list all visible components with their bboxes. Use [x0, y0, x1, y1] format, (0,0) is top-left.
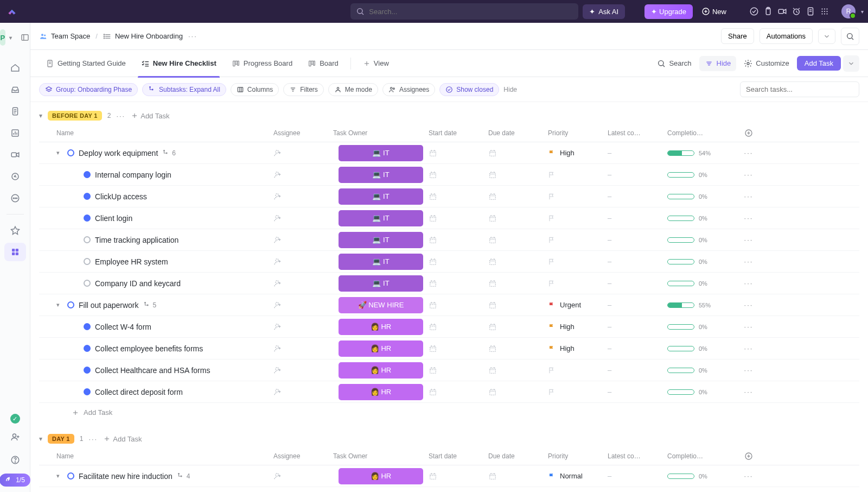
due-date-icon[interactable] — [488, 257, 497, 266]
col-name[interactable]: Name — [56, 452, 273, 460]
table-row[interactable]: Internal company login 💻 IT – 0% ··· — [39, 164, 859, 186]
group-caret[interactable]: ▾ — [39, 435, 42, 443]
col-priority[interactable]: Priority — [548, 129, 608, 137]
breadcrumb-more-icon[interactable]: ··· — [188, 32, 197, 40]
user-avatar[interactable]: R — [841, 4, 856, 18]
check-circle-icon[interactable] — [749, 7, 759, 16]
doc-icon[interactable] — [806, 7, 815, 16]
automations-button[interactable]: Automations — [760, 28, 813, 44]
assignee-add-icon[interactable] — [273, 366, 282, 375]
table-row[interactable]: Client login 💻 IT – 0% ··· — [39, 207, 859, 229]
task-owner-tag[interactable]: 👩 HR — [339, 384, 423, 400]
col-assignee[interactable]: Assignee — [273, 452, 333, 460]
status-dot[interactable] — [84, 388, 91, 395]
due-date-icon[interactable] — [488, 472, 497, 481]
priority-flag-icon[interactable] — [548, 345, 556, 352]
home-icon[interactable] — [4, 59, 26, 77]
hide-filters-link[interactable]: Hide — [503, 86, 517, 93]
group-badge[interactable]: DAY 1 — [48, 434, 74, 444]
invite-icon[interactable] — [4, 428, 26, 446]
due-date-icon[interactable] — [488, 171, 497, 179]
task-owner-tag[interactable]: 💻 IT — [339, 254, 423, 270]
row-more-icon[interactable]: ··· — [744, 472, 754, 480]
row-more-icon[interactable]: ··· — [744, 279, 754, 287]
breadcrumb-space[interactable]: Team Space — [39, 32, 90, 41]
timesheets-icon[interactable] — [4, 167, 26, 186]
task-name[interactable]: Employee HR system — [95, 257, 168, 266]
priority-flag-icon[interactable] — [548, 258, 556, 266]
tab-board[interactable]: Board — [301, 50, 345, 77]
table-row[interactable]: Collect W-4 form 👩 HR High – 0% ··· — [39, 316, 859, 338]
start-date-icon[interactable] — [429, 171, 437, 179]
task-owner-tag[interactable]: 💻 IT — [339, 145, 423, 161]
subtask-count[interactable]: 5 — [143, 301, 157, 309]
col-latest[interactable]: Latest co… — [608, 452, 667, 460]
task-name[interactable]: Client login — [95, 214, 132, 223]
assignee-add-icon[interactable] — [273, 149, 282, 157]
task-search-input[interactable] — [740, 81, 859, 97]
col-priority[interactable]: Priority — [548, 452, 608, 460]
share-button[interactable]: Share — [721, 28, 754, 44]
due-date-icon[interactable] — [488, 214, 497, 223]
col-owner[interactable]: Task Owner — [333, 452, 429, 460]
task-name[interactable]: Internal company login — [95, 171, 171, 179]
col-owner[interactable]: Task Owner — [333, 129, 429, 137]
start-date-icon[interactable] — [429, 149, 437, 157]
row-caret[interactable]: ▾ — [56, 301, 63, 308]
add-column-button[interactable] — [738, 452, 760, 461]
row-more-icon[interactable]: ··· — [744, 366, 754, 374]
clipboard-icon[interactable] — [763, 7, 773, 16]
due-date-icon[interactable] — [488, 366, 497, 375]
quick-search-button[interactable] — [841, 28, 859, 45]
due-date-icon[interactable] — [488, 192, 497, 201]
favorites-icon[interactable] — [4, 221, 26, 239]
chip-group[interactable]: Group: Onboarding Phase — [39, 83, 138, 96]
ask-ai-button[interactable]: ✦ Ask AI — [583, 4, 625, 19]
table-row[interactable]: ▾ Deploy work equipment 6 💻 IT High – 54… — [39, 142, 859, 164]
row-more-icon[interactable]: ··· — [744, 236, 754, 244]
status-dot[interactable] — [67, 472, 74, 480]
global-search-input[interactable] — [369, 8, 573, 16]
status-dot[interactable] — [84, 258, 91, 265]
video-icon[interactable] — [777, 7, 787, 16]
chip-filters[interactable]: Filters — [283, 83, 324, 96]
add-task-row[interactable]: Add Task — [39, 403, 859, 422]
add-task-dropdown[interactable] — [843, 55, 859, 72]
spaces-icon[interactable] — [4, 243, 26, 261]
row-caret[interactable]: ▾ — [56, 149, 63, 156]
table-row[interactable]: Company ID and keycard 💻 IT – 0% ··· — [39, 273, 859, 294]
priority-flag-icon[interactable] — [548, 301, 556, 309]
task-owner-tag[interactable]: 💻 IT — [339, 275, 423, 292]
breadcrumb-list[interactable]: New Hire Onboarding — [103, 32, 183, 41]
status-dot[interactable] — [67, 149, 74, 156]
due-date-icon[interactable] — [488, 344, 497, 353]
start-date-icon[interactable] — [429, 323, 437, 331]
start-date-icon[interactable] — [429, 366, 437, 375]
help-icon[interactable] — [4, 451, 26, 469]
priority-flag-icon[interactable] — [548, 367, 556, 374]
chip-show-closed[interactable]: Show closed — [439, 83, 499, 96]
row-more-icon[interactable]: ··· — [744, 149, 754, 157]
due-date-icon[interactable] — [488, 388, 497, 396]
status-dot[interactable] — [84, 280, 91, 287]
priority-flag-icon[interactable] — [548, 193, 556, 200]
start-date-icon[interactable] — [429, 472, 437, 481]
tab-getting-started[interactable]: Getting Started Guide — [39, 50, 132, 77]
status-dot[interactable] — [67, 301, 74, 308]
table-row[interactable]: ClickUp access 💻 IT – 0% ··· — [39, 186, 859, 207]
status-dot[interactable] — [84, 215, 91, 222]
col-due[interactable]: Due date — [488, 452, 548, 460]
status-dot[interactable] — [84, 367, 91, 374]
automations-dropdown[interactable] — [818, 29, 835, 44]
priority-flag-icon[interactable] — [548, 215, 556, 222]
chip-me-mode[interactable]: Me mode — [328, 83, 378, 96]
upgrade-button[interactable]: ✦Upgrade — [644, 4, 693, 19]
group-badge[interactable]: BEFORE DAY 1 — [48, 111, 102, 121]
start-date-icon[interactable] — [429, 214, 437, 223]
group-more-icon[interactable]: ··· — [88, 435, 98, 443]
inbox-icon[interactable] — [4, 80, 26, 99]
add-column-button[interactable] — [738, 129, 760, 137]
row-more-icon[interactable]: ··· — [744, 171, 754, 179]
row-more-icon[interactable]: ··· — [744, 257, 754, 266]
col-assignee[interactable]: Assignee — [273, 129, 333, 137]
